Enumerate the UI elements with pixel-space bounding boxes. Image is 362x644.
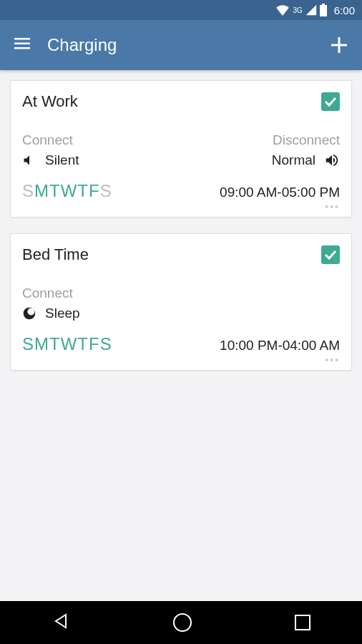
- profile-card[interactable]: At Work Connect Disconnect Silent Normal…: [10, 80, 352, 218]
- connect-label: Connect: [22, 286, 73, 301]
- back-button[interactable]: [52, 612, 70, 633]
- svg-rect-6: [331, 44, 347, 47]
- content: At Work Connect Disconnect Silent Normal…: [0, 70, 362, 396]
- disconnect-label: Disconnect: [273, 132, 340, 148]
- volume-silent-icon: [22, 153, 36, 167]
- volume-normal-icon: [324, 152, 340, 168]
- status-bar: 3G 6:00: [0, 0, 362, 20]
- connect-label: Connect: [22, 132, 73, 148]
- enable-checkbox[interactable]: [321, 245, 340, 264]
- connect-action[interactable]: Sleep: [22, 306, 80, 321]
- svg-rect-4: [14, 47, 30, 49]
- connect-action[interactable]: Silent: [22, 152, 79, 168]
- connect-action-label: Silent: [45, 152, 79, 168]
- days-selector[interactable]: SMTWTFS: [22, 334, 112, 354]
- home-button[interactable]: [173, 613, 192, 632]
- battery-icon: [320, 4, 327, 16]
- page-title: Charging: [47, 35, 331, 55]
- svg-rect-2: [14, 38, 30, 40]
- wifi-icon: [275, 4, 290, 16]
- disconnect-action-label: Normal: [272, 152, 315, 168]
- svg-rect-1: [322, 4, 325, 5]
- menu-icon[interactable]: [14, 38, 30, 52]
- more-icon[interactable]: •••: [22, 204, 340, 210]
- svg-point-8: [28, 308, 35, 316]
- card-title: Bed Time: [22, 245, 89, 264]
- status-time: 6:00: [334, 4, 355, 16]
- sleep-icon: [22, 306, 36, 321]
- card-title: At Work: [22, 92, 78, 111]
- time-range[interactable]: 09:00 AM-05:00 PM: [220, 185, 340, 200]
- network-label: 3G: [293, 6, 302, 14]
- more-icon[interactable]: •••: [22, 357, 340, 363]
- svg-rect-0: [320, 5, 327, 16]
- days-selector[interactable]: SMTWTFS: [22, 181, 112, 201]
- profile-card[interactable]: Bed Time Connect Sleep SMTWTFS 10:00 PM-…: [10, 233, 352, 371]
- add-button[interactable]: [331, 37, 348, 53]
- time-range[interactable]: 10:00 PM-04:00 AM: [220, 338, 340, 353]
- svg-rect-3: [14, 43, 30, 45]
- nav-bar: [0, 601, 362, 644]
- signal-icon: [305, 4, 317, 16]
- disconnect-action[interactable]: Normal: [272, 152, 340, 168]
- recent-button[interactable]: [295, 615, 310, 630]
- toolbar: Charging: [0, 20, 362, 70]
- enable-checkbox[interactable]: [321, 92, 340, 111]
- connect-action-label: Sleep: [45, 306, 80, 321]
